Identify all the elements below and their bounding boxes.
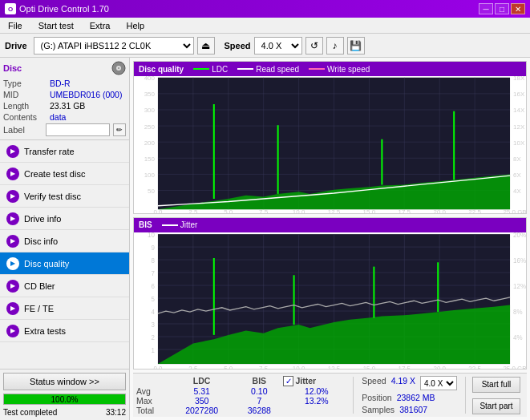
speed-value-stat: 4.19 X xyxy=(391,376,415,390)
nav-cd-bler[interactable]: ▶ CD Bler xyxy=(0,275,129,297)
nav-verify-test-disc[interactable]: ▶ Verify test disc xyxy=(0,185,129,208)
svg-text:12.5: 12.5 xyxy=(328,365,341,369)
nav-extra-tests[interactable]: ▶ Extra tests xyxy=(0,320,129,342)
svg-text:20.0: 20.0 xyxy=(433,209,446,213)
close-button[interactable]: ✕ xyxy=(511,3,525,14)
svg-text:14X: 14X xyxy=(513,107,524,114)
start-full-button[interactable]: Start full xyxy=(472,377,520,393)
svg-text:1: 1 xyxy=(152,347,156,354)
svg-text:18X: 18X xyxy=(513,76,524,82)
menu-bar: File Start test Extra Help xyxy=(0,18,530,34)
legend-label-jitter: Jitter xyxy=(180,220,198,229)
speed-target-select[interactable]: 4.0 X xyxy=(420,376,457,390)
svg-text:17.5: 17.5 xyxy=(399,365,411,369)
minimize-button[interactable]: ─ xyxy=(479,3,493,14)
svg-text:25.0 GB: 25.0 GB xyxy=(503,365,526,369)
menu-help[interactable]: Help xyxy=(121,19,149,32)
svg-text:150: 150 xyxy=(144,155,155,162)
nav-disc-info[interactable]: ▶ Disc info xyxy=(0,230,129,252)
stats-row: LDC BIS ✓ Jitter Avg 5.31 xyxy=(133,373,527,417)
chart-panel-bis: BIS Jitter xyxy=(133,217,527,370)
svg-text:100: 100 xyxy=(144,172,155,178)
menu-extra[interactable]: Extra xyxy=(85,19,115,32)
col-header-bis: BIS xyxy=(235,375,283,386)
chart-header-1: Disc quality LDC Read speed Write speed xyxy=(134,62,526,76)
avg-bis-value: 0.10 xyxy=(235,386,283,396)
avg-jitter-value: 12.0% xyxy=(283,386,350,396)
nav-transfer-rate[interactable]: ▶ Transfer rate xyxy=(0,140,129,163)
legend-color-jitter xyxy=(162,224,178,226)
svg-text:22.5: 22.5 xyxy=(468,365,481,369)
label-label: Label xyxy=(3,125,42,135)
svg-text:400: 400 xyxy=(144,76,155,82)
length-label: Length xyxy=(3,101,50,111)
chart-svg-container-1: 400 350 300 250 200 150 100 50 18X 16X 1… xyxy=(134,76,526,213)
nav-drive-info[interactable]: ▶ Drive info xyxy=(0,208,129,230)
svg-text:8: 8 xyxy=(152,257,156,265)
nav-label-extra-tests: Extra tests xyxy=(24,326,66,336)
contents-label: Contents xyxy=(3,112,50,122)
nav-disc-quality[interactable]: ▶ Disc quality xyxy=(0,252,129,275)
svg-text:0.0: 0.0 xyxy=(153,209,162,213)
chart-area: Disc quality LDC Read speed Write speed xyxy=(130,58,530,420)
start-part-button[interactable]: Start part xyxy=(472,398,520,414)
nav-fe-te[interactable]: ▶ FE / TE xyxy=(0,297,129,320)
sidebar: Disc Type BD-R MID UMEBDR016 (000) Lengt… xyxy=(0,58,130,420)
save-button[interactable]: 💾 xyxy=(347,37,365,55)
svg-text:7: 7 xyxy=(152,270,156,277)
svg-text:2.5: 2.5 xyxy=(188,365,197,369)
legend-label-ldc: LDC xyxy=(212,65,228,74)
total-ldc-value: 2027280 xyxy=(168,406,235,415)
svg-text:15.0: 15.0 xyxy=(363,365,376,369)
progress-bar: 100.0% xyxy=(3,394,126,405)
time-text: 33:12 xyxy=(106,408,126,417)
svg-text:8X: 8X xyxy=(513,155,521,162)
speed-position-info: Speed 4.19 X 4.0 X Position 23862 MB Sam… xyxy=(357,375,462,415)
svg-text:6X: 6X xyxy=(513,172,521,178)
avg-ldc-value: 5.31 xyxy=(168,386,235,396)
svg-text:2.5: 2.5 xyxy=(188,209,197,213)
menu-file[interactable]: File xyxy=(3,19,27,32)
drive-label: Drive xyxy=(5,41,27,50)
samples-value: 381607 xyxy=(399,405,427,414)
label-input[interactable] xyxy=(46,123,110,136)
start-buttons: Start full Start part xyxy=(469,375,524,415)
nav-label-drive-info: Drive info xyxy=(24,214,61,224)
progress-text: 100.0% xyxy=(4,394,125,404)
svg-text:20.0: 20.0 xyxy=(433,365,446,369)
label-edit-button[interactable]: ✏ xyxy=(113,123,126,136)
stats-row-avg: Avg 5.31 0.10 12.0% xyxy=(136,386,350,396)
total-label: Total xyxy=(136,406,168,415)
svg-text:15.0: 15.0 xyxy=(363,209,376,213)
svg-text:10X: 10X xyxy=(513,139,524,146)
legend-read: Read speed xyxy=(237,65,299,74)
svg-text:5.0: 5.0 xyxy=(224,365,233,369)
nav-label-create-test-disc: Create test disc xyxy=(24,169,85,179)
svg-text:5: 5 xyxy=(152,296,156,303)
stats-divider-2 xyxy=(465,377,466,414)
svg-text:7.5: 7.5 xyxy=(259,365,268,369)
svg-text:250: 250 xyxy=(144,123,155,130)
menu-start-test[interactable]: Start test xyxy=(34,19,79,32)
nav-create-test-disc[interactable]: ▶ Create test disc xyxy=(0,163,129,185)
stats-row-max: Max 350 7 13.2% xyxy=(136,396,350,406)
status-text: Test completed xyxy=(3,408,57,417)
svg-text:50: 50 xyxy=(148,188,155,194)
jitter-checkbox[interactable]: ✓ xyxy=(283,376,293,386)
refresh-button[interactable]: ↺ xyxy=(305,37,323,55)
music-button[interactable]: ♪ xyxy=(326,37,344,55)
nav-icon-fe-te: ▶ xyxy=(6,302,19,315)
status-window-button[interactable]: Status window >> xyxy=(3,373,126,390)
svg-text:12X: 12X xyxy=(513,123,524,130)
speed-selector[interactable]: 4.0 X xyxy=(254,37,302,55)
max-jitter-value: 13.2% xyxy=(283,396,350,406)
svg-text:16%: 16% xyxy=(513,257,526,265)
stats-divider-1 xyxy=(353,377,354,414)
svg-text:4%: 4% xyxy=(513,334,523,341)
maximize-button[interactable]: □ xyxy=(495,3,509,14)
eject-button[interactable]: ⏏ xyxy=(197,37,215,55)
nav-icon-disc-quality: ▶ xyxy=(6,257,19,270)
col-header-jitter: Jitter xyxy=(295,376,316,386)
drive-selector[interactable]: (G:) ATAPI iHBS112 2 CL0K xyxy=(34,37,194,55)
toolbar: Drive (G:) ATAPI iHBS112 2 CL0K ⏏ Speed … xyxy=(0,34,530,58)
